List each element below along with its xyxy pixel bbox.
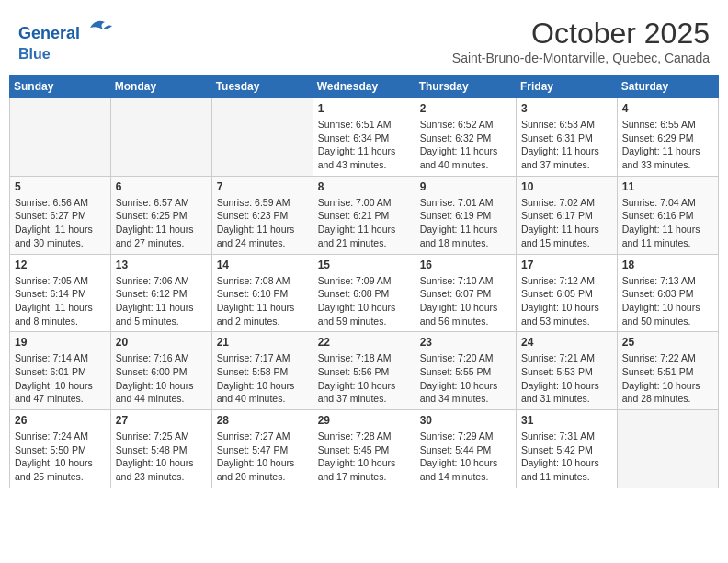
col-sunday: Sunday [10, 75, 111, 98]
location-title: Saint-Bruno-de-Montarville, Quebec, Cana… [452, 51, 710, 65]
day-number: 5 [15, 180, 106, 193]
col-thursday: Thursday [415, 75, 516, 98]
day-info: Sunrise: 7:01 AM Sunset: 6:19 PM Dayligh… [420, 196, 511, 250]
day-number: 16 [420, 259, 511, 271]
day-info: Sunrise: 7:04 AM Sunset: 6:16 PM Dayligh… [622, 196, 713, 250]
table-row: 10Sunrise: 7:02 AM Sunset: 6:17 PM Dayli… [517, 176, 618, 254]
day-info: Sunrise: 7:31 AM Sunset: 5:42 PM Dayligh… [521, 430, 612, 484]
day-number: 22 [318, 336, 410, 349]
day-number: 30 [420, 414, 511, 427]
table-row: 13Sunrise: 7:06 AM Sunset: 6:12 PM Dayli… [110, 254, 211, 332]
logo-bird-icon [86, 17, 112, 39]
day-info: Sunrise: 7:09 AM Sunset: 6:08 PM Dayligh… [318, 274, 410, 328]
day-info: Sunrise: 6:56 AM Sunset: 6:27 PM Dayligh… [15, 196, 106, 250]
day-number: 7 [217, 180, 308, 193]
day-number: 23 [420, 336, 511, 349]
day-info: Sunrise: 7:12 AM Sunset: 6:05 PM Dayligh… [521, 274, 612, 328]
table-row: 3Sunrise: 6:53 AM Sunset: 6:31 PM Daylig… [517, 98, 618, 177]
table-row: 25Sunrise: 7:22 AM Sunset: 5:51 PM Dayli… [617, 332, 718, 410]
calendar-week-row: 12Sunrise: 7:05 AM Sunset: 6:14 PM Dayli… [10, 254, 719, 332]
day-number: 17 [521, 259, 612, 271]
table-row: 7Sunrise: 6:59 AM Sunset: 6:23 PM Daylig… [211, 176, 313, 254]
table-row [211, 98, 313, 177]
day-number: 31 [521, 414, 612, 427]
table-row: 30Sunrise: 7:29 AM Sunset: 5:44 PM Dayli… [415, 410, 516, 488]
table-row: 5Sunrise: 6:56 AM Sunset: 6:27 PM Daylig… [10, 176, 111, 254]
col-monday: Monday [110, 75, 211, 98]
table-row: 18Sunrise: 7:13 AM Sunset: 6:03 PM Dayli… [617, 254, 718, 332]
calendar-week-row: 1Sunrise: 6:51 AM Sunset: 6:34 PM Daylig… [10, 98, 719, 177]
logo-blue: Blue [18, 46, 51, 62]
day-number: 1 [318, 102, 410, 115]
day-info: Sunrise: 7:08 AM Sunset: 6:10 PM Dayligh… [217, 274, 308, 328]
day-info: Sunrise: 7:27 AM Sunset: 5:47 PM Dayligh… [217, 430, 308, 484]
month-title: October 2025 [452, 17, 710, 51]
calendar-week-row: 26Sunrise: 7:24 AM Sunset: 5:50 PM Dayli… [10, 410, 719, 488]
day-number: 28 [217, 414, 308, 427]
table-row: 12Sunrise: 7:05 AM Sunset: 6:14 PM Dayli… [10, 254, 111, 332]
table-row [10, 98, 111, 177]
table-row: 6Sunrise: 6:57 AM Sunset: 6:25 PM Daylig… [110, 176, 211, 254]
logo-general: General [18, 24, 80, 42]
calendar-table: Sunday Monday Tuesday Wednesday Thursday… [9, 75, 719, 488]
day-number: 25 [622, 336, 713, 349]
day-info: Sunrise: 6:57 AM Sunset: 6:25 PM Dayligh… [116, 196, 207, 250]
day-info: Sunrise: 7:17 AM Sunset: 5:58 PM Dayligh… [217, 351, 308, 406]
day-info: Sunrise: 6:55 AM Sunset: 6:29 PM Dayligh… [622, 118, 713, 172]
day-number: 19 [15, 336, 106, 349]
day-info: Sunrise: 7:13 AM Sunset: 6:03 PM Dayligh… [622, 274, 713, 328]
table-row: 28Sunrise: 7:27 AM Sunset: 5:47 PM Dayli… [211, 410, 313, 488]
table-row: 20Sunrise: 7:16 AM Sunset: 6:00 PM Dayli… [110, 332, 211, 410]
table-row: 16Sunrise: 7:10 AM Sunset: 6:07 PM Dayli… [415, 254, 516, 332]
table-row: 23Sunrise: 7:20 AM Sunset: 5:55 PM Dayli… [415, 332, 516, 410]
day-info: Sunrise: 6:51 AM Sunset: 6:34 PM Dayligh… [318, 118, 410, 172]
day-number: 10 [521, 180, 612, 193]
day-info: Sunrise: 7:25 AM Sunset: 5:48 PM Dayligh… [116, 430, 207, 484]
table-row: 2Sunrise: 6:52 AM Sunset: 6:32 PM Daylig… [415, 98, 516, 177]
day-number: 14 [217, 259, 308, 271]
day-info: Sunrise: 7:29 AM Sunset: 5:44 PM Dayligh… [420, 430, 511, 484]
table-row: 22Sunrise: 7:18 AM Sunset: 5:56 PM Dayli… [313, 332, 415, 410]
table-row: 17Sunrise: 7:12 AM Sunset: 6:05 PM Dayli… [517, 254, 618, 332]
table-row: 15Sunrise: 7:09 AM Sunset: 6:08 PM Dayli… [313, 254, 415, 332]
page-header: General Blue October 2025 Saint-Bruno-de… [9, 9, 719, 69]
col-saturday: Saturday [617, 75, 718, 98]
table-row [617, 410, 718, 488]
day-number: 3 [521, 102, 612, 115]
table-row: 29Sunrise: 7:28 AM Sunset: 5:45 PM Dayli… [313, 410, 415, 488]
day-info: Sunrise: 7:18 AM Sunset: 5:56 PM Dayligh… [318, 351, 410, 406]
day-info: Sunrise: 7:24 AM Sunset: 5:50 PM Dayligh… [15, 430, 106, 484]
day-info: Sunrise: 7:06 AM Sunset: 6:12 PM Dayligh… [116, 274, 207, 328]
day-info: Sunrise: 7:22 AM Sunset: 5:51 PM Dayligh… [622, 351, 713, 406]
day-number: 26 [15, 414, 106, 427]
day-number: 2 [420, 102, 511, 115]
day-info: Sunrise: 7:20 AM Sunset: 5:55 PM Dayligh… [420, 351, 511, 406]
day-info: Sunrise: 7:00 AM Sunset: 6:21 PM Dayligh… [318, 196, 410, 250]
day-number: 6 [116, 180, 207, 193]
table-row: 14Sunrise: 7:08 AM Sunset: 6:10 PM Dayli… [211, 254, 313, 332]
day-number: 13 [116, 259, 207, 271]
day-info: Sunrise: 7:05 AM Sunset: 6:14 PM Dayligh… [15, 274, 106, 328]
day-info: Sunrise: 7:21 AM Sunset: 5:53 PM Dayligh… [521, 351, 612, 406]
day-number: 18 [622, 259, 713, 271]
table-row: 31Sunrise: 7:31 AM Sunset: 5:42 PM Dayli… [517, 410, 618, 488]
table-row: 21Sunrise: 7:17 AM Sunset: 5:58 PM Dayli… [211, 332, 313, 410]
table-row: 4Sunrise: 6:55 AM Sunset: 6:29 PM Daylig… [617, 98, 718, 177]
table-row: 1Sunrise: 6:51 AM Sunset: 6:34 PM Daylig… [313, 98, 415, 177]
day-number: 12 [15, 259, 106, 271]
day-info: Sunrise: 6:59 AM Sunset: 6:23 PM Dayligh… [217, 196, 308, 250]
day-number: 21 [217, 336, 308, 349]
calendar-week-row: 19Sunrise: 7:14 AM Sunset: 6:01 PM Dayli… [10, 332, 719, 410]
table-row: 9Sunrise: 7:01 AM Sunset: 6:19 PM Daylig… [415, 176, 516, 254]
day-info: Sunrise: 7:16 AM Sunset: 6:00 PM Dayligh… [116, 351, 207, 406]
day-info: Sunrise: 7:14 AM Sunset: 6:01 PM Dayligh… [15, 351, 106, 406]
calendar-header-row: Sunday Monday Tuesday Wednesday Thursday… [10, 75, 719, 98]
day-info: Sunrise: 6:53 AM Sunset: 6:31 PM Dayligh… [521, 118, 612, 172]
day-number: 24 [521, 336, 612, 349]
col-tuesday: Tuesday [211, 75, 313, 98]
day-info: Sunrise: 6:52 AM Sunset: 6:32 PM Dayligh… [420, 118, 511, 172]
title-block: October 2025 Saint-Bruno-de-Montarville,… [452, 17, 710, 65]
day-info: Sunrise: 7:02 AM Sunset: 6:17 PM Dayligh… [521, 196, 612, 250]
day-info: Sunrise: 7:28 AM Sunset: 5:45 PM Dayligh… [318, 430, 410, 484]
table-row: 24Sunrise: 7:21 AM Sunset: 5:53 PM Dayli… [517, 332, 618, 410]
